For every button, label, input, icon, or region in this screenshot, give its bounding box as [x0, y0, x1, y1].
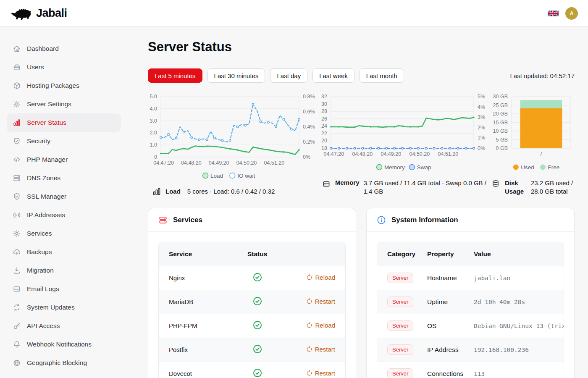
- property-value: 2d 10h 40m 28s: [474, 290, 564, 314]
- svg-text:04:47:20: 04:47:20: [323, 151, 344, 157]
- system-info-row-connections: ServerConnections113: [377, 362, 564, 378]
- refresh-icon: [306, 346, 312, 352]
- svg-text:24: 24: [321, 123, 327, 129]
- services-card-title: Services: [173, 216, 202, 224]
- user-avatar[interactable]: A: [565, 7, 578, 20]
- category-badge: Server: [387, 273, 413, 283]
- category-badge: Server: [387, 297, 413, 307]
- svg-text:0.4%: 0.4%: [303, 124, 315, 130]
- svg-text:Free: Free: [548, 164, 560, 171]
- sidebar-item-webhook-notifications[interactable]: Webhook Notifications: [7, 335, 121, 354]
- category-badge: Server: [387, 368, 413, 378]
- last-updated: Last updated: 04:52:17: [510, 72, 575, 79]
- sidebar-item-ssl-manager[interactable]: SSL Manager: [7, 187, 121, 206]
- svg-text:20 GB: 20 GB: [493, 111, 508, 117]
- svg-text:1%: 1%: [478, 135, 485, 141]
- sidebar-item-label: Server Status: [27, 119, 66, 126]
- svg-text:0: 0: [154, 154, 157, 160]
- svg-text:04:51:20: 04:51:20: [438, 151, 458, 157]
- key-icon: [13, 322, 21, 330]
- svg-text:0.8%: 0.8%: [303, 94, 315, 100]
- sidebar-item-server-settings[interactable]: Server Settings: [7, 95, 121, 113]
- service-action-label: Restart: [315, 298, 335, 305]
- sidebar-item-users[interactable]: Users: [7, 58, 121, 76]
- range-button-last-day[interactable]: Last day: [270, 68, 307, 83]
- app-header: Jabali A: [0, 0, 588, 27]
- service-name: Postfix: [159, 338, 247, 362]
- property-name: Connections: [427, 362, 474, 378]
- sidebar-item-ip-addresses[interactable]: IP Addresses: [7, 206, 121, 224]
- sidebar-item-security[interactable]: Security: [7, 132, 121, 150]
- svg-text:5 GB: 5 GB: [496, 137, 508, 143]
- system-card-title: System Information: [391, 216, 458, 224]
- svg-text:Used: Used: [521, 164, 534, 171]
- sidebar-item-backups[interactable]: Backups: [7, 243, 121, 261]
- sidebar-item-geographic-blocking[interactable]: Geographic Blocking: [7, 354, 121, 372]
- status-ok-icon: [253, 324, 262, 331]
- sidebar-item-api-access[interactable]: API Access: [7, 317, 121, 335]
- services-card: Services Service Status NginxReloadMaria…: [148, 208, 356, 378]
- sidebar-item-services[interactable]: Services: [7, 224, 121, 243]
- svg-text:10 GB: 10 GB: [493, 128, 508, 134]
- sidebar-item-hosting-packages[interactable]: Hosting Packages: [7, 76, 121, 95]
- service-action-reload[interactable]: Reload: [306, 274, 335, 281]
- svg-text:5.0: 5.0: [150, 94, 157, 100]
- broadcast-icon: [13, 211, 21, 219]
- svg-text:0.6%: 0.6%: [303, 109, 315, 115]
- service-action-label: Reload: [315, 274, 335, 281]
- sidebar-item-php-manager[interactable]: PHP Manager: [7, 150, 121, 169]
- status-ok-icon: [253, 300, 262, 307]
- svg-text:04:50:20: 04:50:20: [236, 160, 257, 166]
- sidebar-item-label: Server Settings: [27, 100, 71, 108]
- refresh-icon: [306, 274, 312, 281]
- range-button-last-5-minutes[interactable]: Last 5 minutes: [148, 68, 202, 83]
- sidebar-item-migration[interactable]: Migration: [7, 261, 121, 280]
- range-button-last-month[interactable]: Last month: [360, 68, 404, 83]
- brand-name: Jabali: [36, 7, 67, 20]
- range-button-last-30-minutes[interactable]: Last 30 minutes: [207, 68, 265, 83]
- service-action-restart[interactable]: Restart: [306, 298, 335, 305]
- property-value: 113: [474, 362, 564, 378]
- memory-chart: 18202224262830320%1%2%3%4%5%04:47:2004:4…: [318, 92, 487, 176]
- refresh-icon: [306, 370, 312, 376]
- sidebar-item-label: Backups: [27, 248, 52, 256]
- svg-text:0%: 0%: [303, 154, 310, 160]
- service-action-restart[interactable]: Restart: [306, 370, 335, 377]
- sidebar-item-email-logs[interactable]: Email Logs: [7, 280, 121, 298]
- service-action-label: Restart: [315, 346, 335, 353]
- sidebar-item-label: Services: [27, 230, 52, 237]
- svg-text:1.0: 1.0: [150, 142, 157, 148]
- sidebar-item-label: Users: [27, 63, 44, 71]
- service-action-restart[interactable]: Restart: [306, 346, 335, 353]
- svg-text:04:49:20: 04:49:20: [209, 160, 229, 166]
- sidebar-item-dns-zones[interactable]: DNS Zones: [7, 169, 121, 187]
- sidebar-item-server-status[interactable]: Server Status: [7, 113, 121, 132]
- services-table: Service Status NginxReloadMariaDBRestart…: [159, 242, 345, 378]
- service-row-dovecot: DovecotRestart: [159, 362, 345, 378]
- cloud-upload-icon: [13, 248, 21, 256]
- sidebar-item-label: Webhook Notifications: [27, 341, 92, 348]
- sidebar-item-system-updates[interactable]: System Updates: [7, 298, 121, 317]
- sidebar-item-dashboard[interactable]: Dashboard: [7, 39, 121, 58]
- svg-text:0 GB: 0 GB: [496, 145, 508, 151]
- svg-text:3.0: 3.0: [150, 118, 157, 124]
- uk-flag-icon[interactable]: [548, 10, 559, 17]
- download-icon: [13, 266, 21, 275]
- svg-text:04:48:20: 04:48:20: [352, 151, 373, 157]
- bar-chart-icon: [152, 187, 161, 196]
- svg-text:30: 30: [321, 101, 327, 107]
- services-col-service: Service: [159, 242, 247, 266]
- service-action-reload[interactable]: Reload: [306, 322, 335, 329]
- property-name: Uptime: [427, 290, 474, 314]
- svg-text:Load: Load: [210, 173, 223, 179]
- sidebar-item-label: Geographic Blocking: [27, 359, 87, 367]
- system-col-value: Value: [474, 242, 564, 266]
- load-stat: Load 5 cores · Load: 0.6 / 0.42 / 0.32: [152, 186, 275, 196]
- service-action-label: Reload: [315, 322, 335, 329]
- property-name: IP Address: [427, 338, 474, 362]
- svg-text:18: 18: [321, 145, 327, 151]
- system-info-row-ip-address: ServerIP Address192.168.100.236: [377, 338, 564, 362]
- load-stat-value: 5 cores · Load: 0.6 / 0.42 / 0.32: [187, 188, 275, 195]
- range-button-last-week[interactable]: Last week: [312, 68, 354, 83]
- globe-icon: [13, 359, 21, 367]
